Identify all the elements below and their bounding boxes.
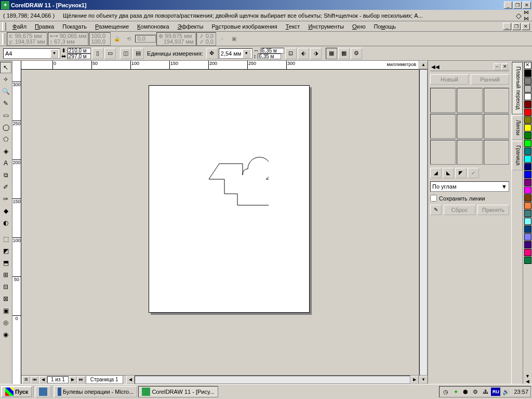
new-envelope-button[interactable]: Новый [430,74,469,85]
add-page-button[interactable]: ⊞ [22,376,30,383]
ellipse-tool[interactable]: ◯ [0,122,11,133]
menu-bitmaps[interactable]: Растровые изображения [208,22,282,31]
menu-window[interactable]: Окно [348,22,370,31]
rectangle-tool[interactable]: ▭ [0,110,11,121]
tray-icon-2[interactable]: ✦ [451,388,460,396]
color-swatch[interactable] [524,202,531,209]
zoom-tool[interactable]: 🔍 [0,86,11,97]
nudge-distance[interactable]: 2,54 мм▼ [219,48,252,59]
docker-tab-blend[interactable]: Плавный переход [512,62,523,114]
fill-tool[interactable]: ◆ [0,205,11,217]
palette-scroll-down[interactable]: ▼ [525,374,530,379]
menu-file[interactable]: Файл [8,22,31,31]
keep-lines-check[interactable]: Сохранить линии [430,195,509,202]
eyedropper-tool[interactable]: ✐ [0,181,11,193]
menu-effects[interactable]: Эффекты [174,22,208,31]
tray-icon-6[interactable]: 🔊 [502,388,510,396]
scroll-right[interactable]: ▶ [410,376,419,384]
menu-view[interactable]: Показать [58,22,91,31]
color-swatch[interactable] [524,109,531,116]
tray-icon-4[interactable]: ⚙ [471,388,480,396]
scroll-up[interactable]: ▲ [419,61,428,69]
extra-tool-3[interactable]: ⬒ [0,257,11,269]
preset-6[interactable] [484,114,509,139]
page-tab[interactable]: Страница 1 [86,376,123,384]
page-width[interactable] [68,48,91,54]
drawing-shape[interactable] [191,153,269,210]
polygon-tool[interactable]: ⬠ [0,134,11,145]
color-swatch[interactable] [524,148,531,155]
preset-4[interactable] [430,114,456,139]
mdi-restore[interactable]: ❐ [512,23,521,30]
extra-tool-7[interactable]: ▣ [0,305,11,316]
dup-x[interactable] [261,48,284,54]
paper-size-combo[interactable]: A4▼ [3,48,60,59]
extra-tool-9[interactable]: ◉ [0,329,11,340]
close-button[interactable]: ✕ [523,2,531,9]
shape-tool[interactable]: ✧ [0,74,11,85]
pick-tool[interactable]: ↖ [0,62,11,73]
color-swatch[interactable] [524,77,531,85]
env-mode-4[interactable]: ⟋ [468,168,479,178]
preset-3[interactable] [484,88,509,113]
menu-layout[interactable]: Размещение [91,22,133,31]
horizontal-scrollbar[interactable]: ◀ ▶ [126,376,419,384]
color-swatch[interactable] [524,179,531,186]
page-dimensions[interactable]: ⬍ ⬌ [61,48,91,59]
prev-page-button[interactable]: ◀ [39,376,47,383]
menu-edit[interactable]: Правка [31,22,58,31]
preset-5[interactable] [457,114,482,139]
eyedropper-button[interactable]: ✎ [430,205,442,215]
text-tool[interactable]: A [0,157,11,169]
menu-text[interactable]: Текст [282,22,304,31]
language-indicator[interactable]: RU [491,388,500,396]
draw-complex[interactable]: ▩ [338,48,350,59]
outline-tool[interactable]: ✑ [0,193,11,205]
extra-tool-8[interactable]: ◎ [0,317,11,328]
color-swatch[interactable] [524,132,531,139]
color-swatch[interactable] [524,241,531,248]
envelope-presets[interactable] [430,88,509,165]
color-swatch[interactable] [524,233,531,241]
extra-tool-6[interactable]: ⊠ [0,293,11,304]
freehand-tool[interactable]: ✎ [0,98,11,109]
preset-7[interactable] [430,140,456,165]
color-swatch[interactable] [524,116,531,124]
preset-8[interactable] [457,140,482,165]
color-swatch[interactable] [524,218,531,225]
color-swatch[interactable] [524,257,531,264]
menu-help[interactable]: Помощь [370,22,401,31]
reset-button[interactable]: Сброс [444,205,475,215]
color-swatch[interactable] [524,124,531,131]
duplicate-offset[interactable]: ↔ ↕ [254,48,284,59]
color-swatch[interactable] [524,194,531,202]
quick-launch-1[interactable] [35,386,51,397]
lock-ratio[interactable]: 🔒 [111,33,123,45]
snap-button-1[interactable]: ⊡ [285,48,297,59]
relative-pos[interactable]: ▫ [217,33,228,45]
env-mode-1[interactable]: ◢ [430,168,442,178]
extra-tool-2[interactable]: ◩ [0,245,11,257]
color-swatch[interactable] [524,225,531,233]
interactive-blend-tool[interactable]: ⧉ [0,169,11,181]
extra-tool-1[interactable]: ⬚ [0,233,11,245]
docker-minimize[interactable]: – [494,63,500,70]
color-swatch[interactable] [524,171,531,178]
last-page-button[interactable]: ⏭ [77,376,85,383]
menu-tools[interactable]: Инструменты [304,22,348,31]
all-pages-button[interactable]: ◫ [120,48,131,59]
scroll-down[interactable]: ▼ [419,376,428,384]
docker-tab-lens[interactable]: Линзы [512,115,523,140]
task-coreldraw[interactable]: CorelDRAW 11 - [Рису... [138,386,218,397]
docker-tab-border[interactable]: Граница [512,141,523,170]
env-mode-2[interactable]: ◣ [443,168,454,178]
no-color-swatch[interactable] [524,62,531,69]
options-button[interactable]: ⚙ [351,48,362,59]
first-page-button[interactable]: ⏮ [31,376,38,383]
color-swatch[interactable] [524,155,531,163]
color-swatch[interactable] [524,101,531,108]
preset-9[interactable] [484,140,509,165]
env-mode-3[interactable]: ◤ [455,168,467,178]
color-swatch[interactable] [524,70,531,77]
mdi-close[interactable]: ✕ [522,23,530,30]
